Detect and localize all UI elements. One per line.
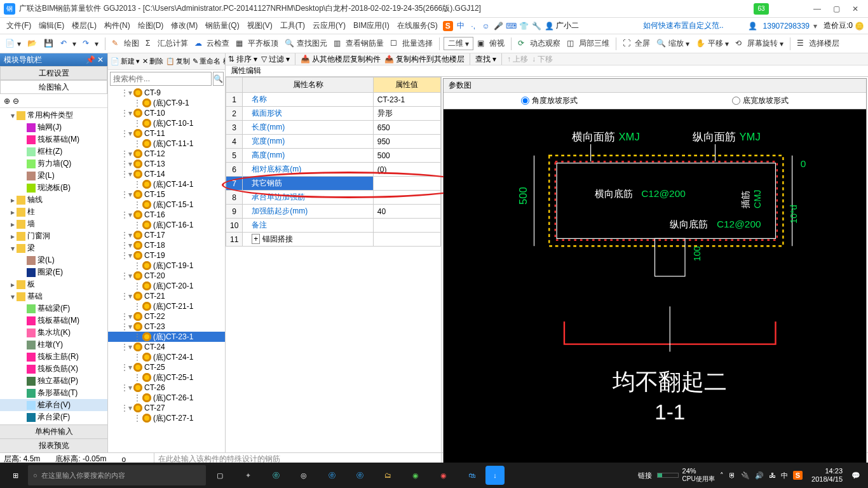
app8-icon[interactable]: ◉ <box>430 463 458 488</box>
top-view-button[interactable]: ▣俯视 <box>475 37 507 50</box>
punct-icon[interactable]: ·, <box>468 21 478 31</box>
component-item[interactable]: ⋮▾ CT-26 <box>108 383 225 393</box>
component-item[interactable]: ⋮(底)CT-24-1 <box>108 352 225 362</box>
property-row[interactable]: 9加强筋起步(mm)40 <box>226 205 441 219</box>
nav-item[interactable]: ▸板 <box>0 278 107 290</box>
menu-cloud[interactable]: 云应用(Y) <box>309 20 349 31</box>
menu-modify[interactable]: 修改(M) <box>167 20 201 31</box>
nav-item[interactable]: 承台梁(F) <box>0 411 107 423</box>
redo-button[interactable]: ↷▾ <box>80 37 101 50</box>
move-up-button[interactable]: ↑上移 <box>507 54 528 65</box>
pin-icon[interactable]: 📌 ✕ <box>86 55 104 64</box>
dynamic-view-button[interactable]: ⟳动态观察 <box>515 37 563 50</box>
2d-select[interactable]: 二维 ▾ <box>444 37 473 50</box>
component-item[interactable]: ⋮(底)CT-16-1 <box>108 220 225 230</box>
account-icon[interactable]: 👤 <box>748 21 758 31</box>
component-item[interactable]: ⋮▾ CT-12 <box>108 149 225 159</box>
nav-item[interactable]: ▾常用构件类型 <box>0 109 107 121</box>
component-item[interactable]: ⋮(底)CT-20-1 <box>108 281 225 291</box>
move-down-button[interactable]: ↓下移 <box>532 54 553 65</box>
nav-item[interactable]: 柱墩(Y) <box>0 339 107 351</box>
emoji-icon[interactable]: ☺ <box>481 21 491 31</box>
edge-icon[interactable]: ⓔ <box>318 463 346 488</box>
tray-clock[interactable]: 14:232018/4/15 <box>808 467 846 484</box>
component-item[interactable]: ⋮(底)CT-11-1 <box>108 139 225 149</box>
zoom-button[interactable]: 🔍缩放 ▾ <box>654 37 692 50</box>
component-item[interactable]: ⋮(底)CT-10-1 <box>108 118 225 128</box>
component-item[interactable]: ⋮▾ CT-13 <box>108 159 225 169</box>
nav-bottom-single[interactable]: 单构件输入 <box>0 424 107 438</box>
property-row[interactable]: 10备注 <box>226 219 441 233</box>
menu-view[interactable]: 视图(V) <box>243 20 276 31</box>
draw-button[interactable]: ✎绘图 <box>109 37 142 50</box>
property-row[interactable]: 8承台单边加强筋 <box>226 191 441 205</box>
component-item[interactable]: ⋮▾ CT-16 <box>108 210 225 220</box>
filter-button[interactable]: ▽过滤▾ <box>261 54 290 65</box>
nav-item[interactable]: ▸柱 <box>0 206 107 218</box>
tray-volume-icon[interactable]: 🔊 <box>755 471 764 480</box>
nav-item[interactable]: 梁(L) <box>0 170 107 182</box>
edge-classic-icon[interactable]: ⓔ <box>262 463 290 488</box>
component-item[interactable]: ⋮▾ CT-25 <box>108 362 225 372</box>
search-button[interactable]: 🔍 <box>213 72 224 86</box>
menu-draw[interactable]: 绘图(D) <box>134 20 168 31</box>
tray-power-icon[interactable]: 🔌 <box>741 471 750 480</box>
keyboard-icon[interactable]: ⌨ <box>506 21 517 31</box>
property-row[interactable]: 7其它钢筋 <box>226 177 441 191</box>
explorer-icon[interactable]: 🗂 <box>374 463 402 488</box>
component-item[interactable]: ⋮▾ CT-10 <box>108 108 225 118</box>
nav-item[interactable]: 基础梁(F) <box>0 302 107 315</box>
nav-item[interactable]: ▸墙 <box>0 218 107 230</box>
new-doc-button[interactable]: 📄▾ <box>3 37 24 50</box>
view-rebar-button[interactable]: ▥查看钢筋量 <box>331 37 386 50</box>
menu-edit[interactable]: 编辑(E) <box>35 20 68 31</box>
find-element-button[interactable]: 🔍查找图元 <box>282 37 330 50</box>
nav-item[interactable]: 梁(L) <box>0 254 107 266</box>
menu-tools[interactable]: 工具(T) <box>276 20 309 31</box>
link-label[interactable]: 链接 <box>638 471 652 480</box>
tray-notifications-icon[interactable]: 💬 <box>851 471 860 480</box>
notification-badge[interactable]: 63 <box>754 3 769 15</box>
app3-icon[interactable]: ◎ <box>290 463 318 488</box>
nav-item[interactable]: 轴网(J) <box>0 121 107 133</box>
select-floor-button[interactable]: ☰选择楼层 <box>794 37 842 50</box>
tray-up-icon[interactable]: ˄ <box>720 471 724 480</box>
nav-bottom-report[interactable]: 报表预览 <box>0 438 107 452</box>
copy-to-button[interactable]: 📤复制构件到其他楼层 <box>384 54 465 65</box>
nav-item[interactable]: 筏板基础(M) <box>0 133 107 146</box>
copy-from-button[interactable]: 📥从其他楼层复制构件 <box>301 54 381 65</box>
delete-component-button[interactable]: ✕删除 <box>142 57 163 66</box>
tray-shield-icon[interactable]: ⛨ <box>729 471 736 479</box>
nav-item[interactable]: 剪力墙(Q) <box>0 158 107 170</box>
component-item[interactable]: ⋮▾ CT-20 <box>108 271 225 281</box>
component-item[interactable]: ⋮(底)CT-25-1 <box>108 372 225 383</box>
component-item[interactable]: ⋮(底)CT-21-1 <box>108 301 225 311</box>
nav-tab-project[interactable]: 工程设置 <box>0 66 107 80</box>
tray-sogou-icon[interactable]: S <box>793 471 803 480</box>
app1-icon[interactable]: ✦ <box>234 463 262 488</box>
ie-icon[interactable]: ⓔ <box>346 463 374 488</box>
menu-component[interactable]: 构件(N) <box>100 20 134 31</box>
nav-item[interactable]: ▾基础 <box>0 290 107 302</box>
pan-button[interactable]: ✋平移 ▾ <box>693 37 731 50</box>
nav-item[interactable]: ▸门窗洞 <box>0 230 107 242</box>
radio-width[interactable]: 底宽放坡形式 <box>732 95 789 106</box>
component-item[interactable]: ⋮▾ CT-19 <box>108 250 225 261</box>
sort-button[interactable]: ⇅排序▾ <box>228 54 257 65</box>
component-item[interactable]: ⋮(底)CT-15-1 <box>108 200 225 210</box>
maximize-button[interactable]: ▢ <box>827 3 845 15</box>
nav-item[interactable]: 筏板负筋(X) <box>0 363 107 375</box>
component-item[interactable]: ⋮(底)CT-26-1 <box>108 393 225 403</box>
rotate-button[interactable]: ⟲屏幕旋转 ▾ <box>733 37 786 50</box>
nav-item[interactable]: 集水坑(K) <box>0 327 107 339</box>
nav-item[interactable]: 桩承台(V) <box>0 399 107 411</box>
taskbar-search[interactable]: ○ 在这里输入你要搜索的内容 <box>28 465 206 485</box>
nav-item[interactable]: 条形基础(T) <box>0 387 107 399</box>
find-button[interactable]: 查找▾ <box>475 54 496 65</box>
help-link[interactable]: 如何快速布置自定义范.. <box>639 20 728 31</box>
cloud-check-button[interactable]: ☁云检查 <box>192 37 232 50</box>
menu-rebar[interactable]: 钢筋量(Q) <box>201 20 243 31</box>
component-item[interactable]: ⋮▾ CT-9 <box>108 88 225 98</box>
rename-button[interactable]: ✎重命名 <box>193 57 220 66</box>
menu-bim[interactable]: BIM应用(I) <box>349 20 393 31</box>
